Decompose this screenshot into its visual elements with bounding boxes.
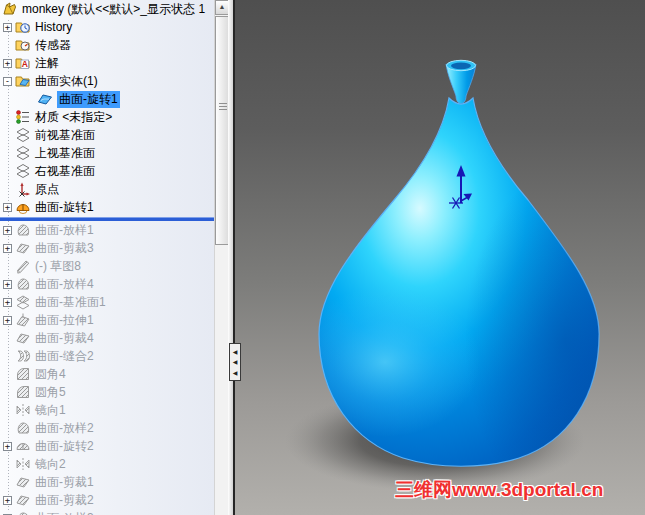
tree-item[interactable]: +曲面-剪裁3 (0, 239, 214, 257)
tree-item[interactable]: 传感器 (0, 36, 214, 54)
tree-item-label: 曲面-剪裁3 (35, 240, 94, 257)
expand-toggle[interactable]: + (3, 226, 12, 235)
tree-item[interactable]: 曲面-旋转1 (0, 90, 214, 108)
expand-toggle[interactable]: + (3, 316, 12, 325)
part-icon (2, 1, 18, 17)
material-icon (15, 109, 31, 125)
plane-dim-icon (15, 294, 31, 310)
tree-item[interactable]: +曲面-剪裁2 (0, 491, 214, 509)
tree-item[interactable]: 右视基准面 (0, 162, 214, 180)
trim-dim-icon (15, 492, 31, 508)
tree-item-label: 圆角5 (35, 384, 66, 401)
plane-icon (15, 163, 31, 179)
tree-item[interactable]: 原点 (0, 180, 214, 198)
tree-item[interactable]: +曲面-旋转1 (0, 198, 214, 216)
expand-toggle[interactable]: + (3, 496, 12, 505)
tree-item[interactable]: +曲面-旋转2 (0, 437, 214, 455)
tree-item[interactable]: 圆角4 (0, 365, 214, 383)
tree-item-label: 注解 (35, 55, 59, 72)
tree-item-label: monkey (默认<<默认>_显示状态 1 (22, 1, 205, 18)
scrollbar-thumb[interactable] (215, 16, 229, 245)
trim-dim-icon (15, 240, 31, 256)
expand-toggle[interactable]: + (3, 298, 12, 307)
collapse-arrow-icon: ◀ (233, 359, 238, 365)
vase-rim-opening (451, 62, 471, 69)
tree-item[interactable]: 前视基准面 (0, 126, 214, 144)
tree-item-label: 镜向2 (35, 456, 66, 473)
tree-item[interactable]: 曲面-剪裁4 (0, 329, 214, 347)
sketch-dim-icon (15, 258, 31, 274)
tree-item-label: 曲面-拉伸1 (35, 312, 94, 329)
tree-item[interactable]: +曲面-基准面1 (0, 293, 214, 311)
svg-text:A: A (22, 59, 28, 69)
annotations-icon: A (15, 55, 31, 71)
model-scene (235, 0, 645, 515)
tree-item-label: 曲面-旋转1 (35, 199, 94, 216)
tree-item-label: 曲面-剪裁4 (35, 330, 94, 347)
history-icon (15, 19, 31, 35)
expand-toggle[interactable]: + (3, 203, 12, 212)
viewport-canvas[interactable]: 三维网www.3dportal.cn (235, 0, 645, 515)
tree-item-label: 曲面实体(1) (35, 73, 98, 90)
expand-toggle[interactable]: + (3, 244, 12, 253)
tree-item[interactable]: +History (0, 18, 214, 36)
tree-item-label: 曲面-基准面1 (35, 294, 106, 311)
collapse-handle[interactable]: ◀ ◀ ◀ (229, 343, 241, 381)
tree-item[interactable]: 镜向1 (0, 401, 214, 419)
collapse-arrow-icon: ◀ (233, 349, 238, 355)
tree-item-label: 曲面-缝合2 (35, 348, 94, 365)
tree-item[interactable]: 圆角5 (0, 383, 214, 401)
feature-tree-panel[interactable]: monkey (默认<<默认>_显示状态 1+History传感器+A注解-曲面… (0, 0, 214, 515)
tree-item[interactable]: 曲面-放样2 (0, 419, 214, 437)
revolve-icon (15, 199, 31, 215)
tree-item-label: 曲面-旋转1 (57, 91, 120, 108)
loft-dim-icon (15, 420, 31, 436)
tree-scrollbar[interactable]: ▲ (214, 0, 228, 515)
tree-item-label: 镜向1 (35, 402, 66, 419)
tree-item[interactable]: +A注解 (0, 54, 214, 72)
tree-item-label: History (35, 20, 72, 34)
tree-item-label: 上视基准面 (35, 145, 95, 162)
origin-icon (15, 181, 31, 197)
loft-dim-icon (15, 510, 31, 515)
tree-item[interactable]: +曲面-放样4 (0, 275, 214, 293)
scrollbar-grip-icon (219, 103, 227, 112)
tree-item[interactable]: 曲面-剪裁1 (0, 473, 214, 491)
loft-dim-icon (15, 222, 31, 238)
surface-icon (37, 91, 53, 107)
revolve-dim-icon (15, 438, 31, 454)
tree-item-label: 曲面-剪裁2 (35, 492, 94, 509)
tree-item-label: 曲面-放样3 (35, 510, 94, 515)
tree-item[interactable]: 材质 <未指定> (0, 108, 214, 126)
tree-item-label: 曲面-放样2 (35, 420, 94, 437)
tree-root-item[interactable]: monkey (默认<<默认>_显示状态 1 (0, 0, 214, 18)
extrude-dim-icon (15, 312, 31, 328)
tree-item[interactable]: 曲面-缝合2 (0, 347, 214, 365)
expand-toggle[interactable]: - (3, 77, 12, 86)
tree-item[interactable]: 镜向2 (0, 455, 214, 473)
loft-dim-icon (15, 276, 31, 292)
tree-item[interactable]: (-) 草图8 (0, 257, 214, 275)
expand-toggle[interactable]: + (3, 59, 12, 68)
tree-item-label: 曲面-旋转2 (35, 438, 94, 455)
expand-toggle[interactable]: + (3, 23, 12, 32)
tree-item[interactable]: +曲面-放样3 (0, 509, 214, 515)
expand-toggle[interactable]: + (3, 280, 12, 289)
solidworks-window: monkey (默认<<默认>_显示状态 1+History传感器+A注解-曲面… (0, 0, 645, 515)
watermark: 三维网www.3dportal.cn (395, 477, 603, 503)
expand-toggle[interactable]: + (3, 442, 12, 451)
tree-item-label: 传感器 (35, 37, 71, 54)
trim-dim-icon (15, 474, 31, 490)
plane-icon (15, 127, 31, 143)
tree-item[interactable]: +曲面-放样1 (0, 221, 214, 239)
surface-folder-icon (15, 73, 31, 89)
tree-item[interactable]: -曲面实体(1) (0, 72, 214, 90)
tree-item[interactable]: 上视基准面 (0, 144, 214, 162)
scrollbar-up-icon[interactable]: ▲ (215, 0, 229, 15)
tree-item-label: 右视基准面 (35, 163, 95, 180)
sensors-icon (15, 37, 31, 53)
trim-dim-icon (15, 330, 31, 346)
tree-item[interactable]: +曲面-拉伸1 (0, 311, 214, 329)
fillet-dim-icon (15, 384, 31, 400)
tree-item-label: 原点 (35, 181, 59, 198)
